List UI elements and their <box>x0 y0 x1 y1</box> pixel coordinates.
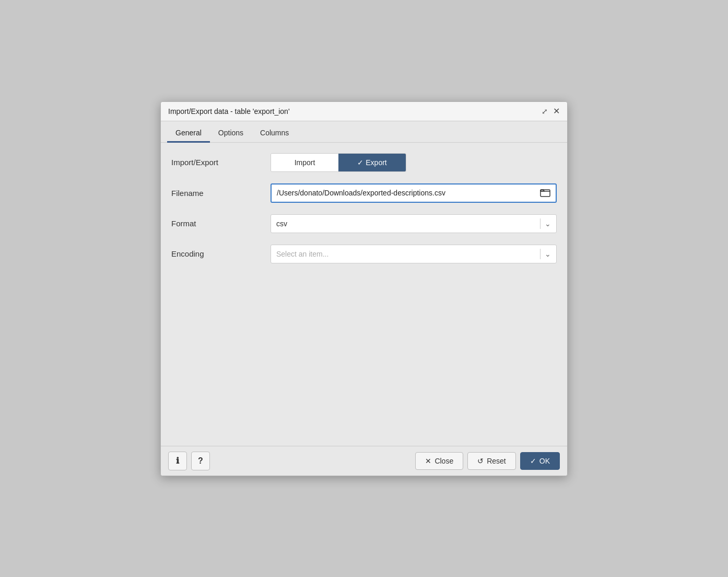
ok-btn-label: OK <box>539 457 550 465</box>
encoding-divider <box>540 249 541 259</box>
filename-row: Filename <box>171 183 557 203</box>
dialog-title: Import/Export data - table 'export_ion' <box>168 107 290 116</box>
close-button[interactable]: ✕ Close <box>415 452 463 470</box>
title-bar-controls: ⤢ ✕ <box>542 107 560 116</box>
close-btn-icon: ✕ <box>425 457 431 465</box>
reset-btn-icon: ↺ <box>477 457 484 465</box>
help-button[interactable]: ? <box>191 452 210 470</box>
footer-right: ✕ Close ↺ Reset ✓ OK <box>415 452 560 470</box>
ok-btn-icon: ✓ <box>530 457 536 465</box>
encoding-row: Encoding Select an item... ⌄ <box>171 245 557 263</box>
info-icon: ℹ <box>176 456 179 466</box>
import-export-control: Import ✓Export <box>271 153 557 172</box>
tab-general[interactable]: General <box>167 124 210 143</box>
import-export-row: Import/Export Import ✓Export <box>171 153 557 172</box>
encoding-placeholder: Select an item... <box>276 250 536 258</box>
tab-options[interactable]: Options <box>210 124 252 143</box>
dialog: Import/Export data - table 'export_ion' … <box>160 101 568 476</box>
encoding-dropdown[interactable]: Select an item... ⌄ <box>271 245 557 263</box>
filename-control <box>271 183 557 203</box>
format-dropdown[interactable]: csv ⌄ <box>271 214 557 233</box>
format-control: csv ⌄ <box>271 214 557 233</box>
encoding-control: Select an item... ⌄ <box>271 245 557 263</box>
file-input-wrapper <box>271 183 557 203</box>
info-button[interactable]: ℹ <box>168 452 187 470</box>
close-icon[interactable]: ✕ <box>553 107 560 116</box>
footer: ℹ ? ✕ Close ↺ Reset ✓ OK <box>161 446 567 476</box>
help-icon: ? <box>198 456 203 466</box>
encoding-dropdown-arrow: ⌄ <box>545 250 551 258</box>
export-button[interactable]: ✓Export <box>338 154 406 171</box>
close-btn-label: Close <box>435 457 453 465</box>
filename-input[interactable] <box>277 189 536 197</box>
check-icon: ✓ <box>357 158 363 167</box>
expand-icon[interactable]: ⤢ <box>542 108 548 115</box>
format-value: csv <box>276 220 536 228</box>
ok-button[interactable]: ✓ OK <box>520 452 560 470</box>
import-button[interactable]: Import <box>271 154 338 171</box>
format-dropdown-arrow: ⌄ <box>545 220 551 228</box>
reset-button[interactable]: ↺ Reset <box>467 452 516 470</box>
tabs: General Options Columns <box>161 121 567 143</box>
reset-btn-label: Reset <box>487 457 506 465</box>
encoding-label: Encoding <box>171 249 271 258</box>
footer-left: ℹ ? <box>168 452 210 470</box>
toggle-group: Import ✓Export <box>271 153 406 172</box>
tab-columns[interactable]: Columns <box>252 124 297 143</box>
import-export-label: Import/Export <box>171 158 271 167</box>
format-divider <box>540 218 541 229</box>
content-area: Import/Export Import ✓Export Filename <box>161 143 567 446</box>
format-label: Format <box>171 219 271 228</box>
browse-button[interactable] <box>540 188 550 199</box>
filename-label: Filename <box>171 189 271 198</box>
format-row: Format csv ⌄ <box>171 214 557 233</box>
title-bar: Import/Export data - table 'export_ion' … <box>161 102 567 121</box>
